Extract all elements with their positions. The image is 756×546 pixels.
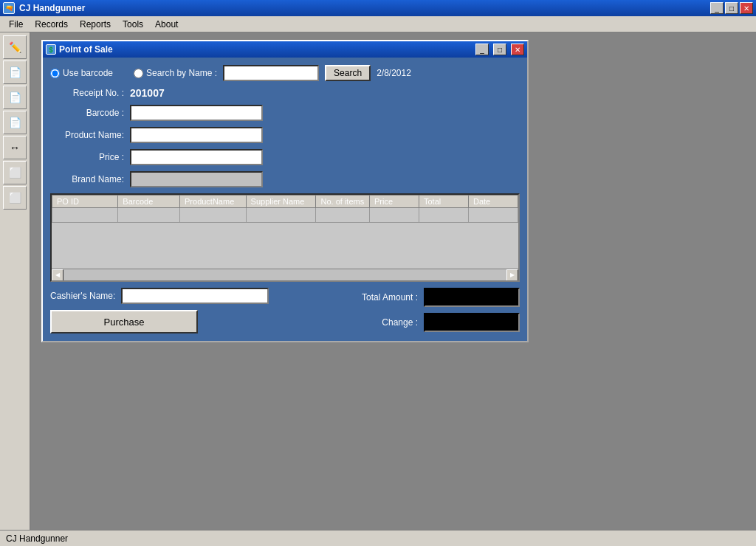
- sidebar: ✏️ 📄 📄 📄 ↔️ ⬜ ⬜: [0, 32, 31, 530]
- menu-records[interactable]: Records: [29, 18, 74, 31]
- scroll-left-button[interactable]: ◀: [52, 269, 63, 281]
- bottom-left: Cashier's Name: Purchase: [50, 288, 269, 334]
- sidebar-icon-doc1[interactable]: 📄: [3, 61, 27, 84]
- bottom-right: Total Amount : Change :: [276, 288, 520, 332]
- col-supplier: Supplier Name: [246, 196, 316, 208]
- dialog-maximize-button[interactable]: □: [493, 44, 506, 55]
- product-row: Product Name:: [50, 127, 520, 143]
- table-container: PO ID Barcode ProductName Supplier Name …: [50, 193, 520, 282]
- col-date: Date: [468, 196, 518, 208]
- brand-row: Brand Name:: [50, 171, 520, 187]
- menu-reports[interactable]: Reports: [74, 18, 117, 31]
- change-display: [424, 313, 520, 332]
- dialog-minimize-button[interactable]: _: [475, 44, 489, 55]
- total-amount-display: [424, 288, 520, 307]
- app-title-bar: 🔫 CJ Handgunner _ □ ✕: [0, 0, 756, 16]
- sidebar-icon-box1[interactable]: ⬜: [3, 161, 27, 184]
- price-row: Price :: [50, 149, 520, 165]
- barcode-radio-label[interactable]: Use barcode: [50, 68, 113, 78]
- maximize-button[interactable]: □: [725, 2, 738, 14]
- barcode-input[interactable]: [130, 105, 263, 121]
- dialog-close-button[interactable]: ✕: [511, 44, 524, 55]
- menu-bar: File Records Reports Tools About: [0, 16, 756, 32]
- col-productname: ProductName: [180, 196, 247, 208]
- menu-tools[interactable]: Tools: [117, 18, 149, 31]
- bottom-section: Cashier's Name: Purchase Total Amount : …: [50, 288, 520, 334]
- cashier-label: Cashier's Name:: [50, 291, 115, 301]
- main-area: ✏️ 📄 📄 📄 ↔️ ⬜ ⬜ 💲 Point of Sale _ □ ✕: [0, 32, 756, 530]
- close-button[interactable]: ✕: [740, 2, 753, 14]
- name-radio-text: Search by Name :: [146, 68, 217, 78]
- content-area: 💲 Point of Sale _ □ ✕ Use barcode Search…: [31, 32, 756, 530]
- barcode-radio[interactable]: [50, 69, 60, 78]
- search-row: Use barcode Search by Name : Search 2/8/…: [50, 65, 520, 81]
- col-poid: PO ID: [52, 196, 118, 208]
- product-input[interactable]: [130, 127, 263, 143]
- product-label: Product Name:: [50, 130, 124, 140]
- search-input[interactable]: [223, 65, 319, 81]
- sidebar-icon-doc2[interactable]: 📄: [3, 86, 27, 109]
- col-price: Price: [370, 196, 419, 208]
- data-table: PO ID Barcode ProductName Supplier Name …: [52, 195, 518, 223]
- sidebar-icon-edit[interactable]: ✏️: [3, 35, 27, 59]
- point-of-sale-dialog: 💲 Point of Sale _ □ ✕ Use barcode Search…: [41, 40, 529, 342]
- minimize-button[interactable]: _: [710, 2, 724, 14]
- scroll-right-button[interactable]: ▶: [506, 269, 518, 281]
- barcode-label: Barcode :: [50, 108, 124, 118]
- app-icon: 🔫: [3, 2, 15, 14]
- dialog-body: Use barcode Search by Name : Search 2/8/…: [43, 58, 527, 341]
- scroll-track[interactable]: [63, 269, 506, 281]
- total-label: Total Amount :: [362, 292, 418, 303]
- dialog-title: Point of Sale: [59, 44, 471, 55]
- col-total: Total: [419, 196, 469, 208]
- change-row: Change :: [382, 313, 520, 332]
- col-noitems: No. of items: [316, 196, 370, 208]
- receipt-row: Receipt No. : 201007: [50, 87, 520, 99]
- status-text: CJ Handgunner: [6, 533, 68, 544]
- app-title: CJ Handgunner: [19, 3, 706, 13]
- dialog-title-bar: 💲 Point of Sale _ □ ✕: [43, 41, 527, 58]
- dialog-icon: 💲: [46, 44, 56, 55]
- search-button[interactable]: Search: [325, 65, 371, 81]
- change-label: Change :: [382, 317, 418, 328]
- sidebar-icon-arrow[interactable]: ↔️: [3, 136, 27, 159]
- receipt-label: Receipt No. :: [50, 88, 124, 98]
- name-radio[interactable]: [134, 69, 143, 78]
- menu-file[interactable]: File: [3, 18, 29, 31]
- total-amount-row: Total Amount :: [362, 288, 520, 307]
- brand-input[interactable]: [130, 171, 263, 187]
- purchase-button[interactable]: Purchase: [50, 310, 198, 334]
- barcode-row: Barcode :: [50, 105, 520, 121]
- horizontal-scrollbar: ◀ ▶: [52, 269, 518, 280]
- cashier-row: Cashier's Name:: [50, 288, 269, 304]
- date-display: 2/8/2012: [377, 68, 411, 78]
- col-barcode: Barcode: [118, 196, 180, 208]
- barcode-radio-text: Use barcode: [63, 68, 113, 78]
- price-label: Price :: [50, 152, 124, 162]
- table-row: [52, 208, 518, 223]
- price-input[interactable]: [130, 149, 263, 165]
- sidebar-icon-box2[interactable]: ⬜: [3, 186, 27, 210]
- name-radio-label[interactable]: Search by Name :: [134, 68, 217, 78]
- cashier-input[interactable]: [121, 288, 269, 304]
- menu-about[interactable]: About: [149, 18, 184, 31]
- window-controls: _ □ ✕: [710, 2, 753, 14]
- sidebar-icon-doc3[interactable]: 📄: [3, 111, 27, 134]
- status-bar: CJ Handgunner: [0, 530, 756, 546]
- brand-label: Brand Name:: [50, 174, 124, 184]
- receipt-value: 201007: [130, 87, 165, 99]
